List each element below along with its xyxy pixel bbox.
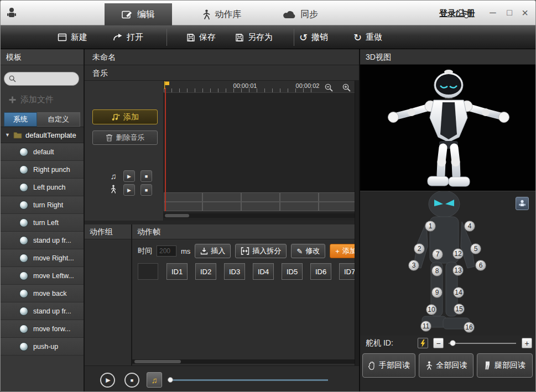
leg-readback-button[interactable]: 腿部回读 [477, 353, 533, 378]
time-input[interactable] [157, 245, 176, 257]
servo-6[interactable]: 6 [475, 260, 486, 271]
column-id2[interactable]: ID2 [195, 263, 216, 280]
add-file-button[interactable]: 添加文件 [8, 95, 54, 105]
template-item[interactable]: move forw... [1, 320, 84, 338]
template-item[interactable]: stand up fr... [1, 302, 84, 320]
save-as-button[interactable]: 另存为 [235, 25, 273, 49]
insert-label: 插入 [211, 246, 225, 256]
insert-button[interactable]: 插入 [195, 244, 231, 258]
servo-id-slider-knob[interactable] [450, 340, 456, 346]
minimize-button[interactable]: ─ [486, 6, 499, 19]
motion-stop-button[interactable]: ■ [140, 184, 152, 196]
hand-readback-button[interactable]: 手部回读 [362, 353, 415, 378]
template-item[interactable]: Right punch [1, 161, 84, 179]
tab-custom[interactable]: 自定义 [37, 112, 80, 127]
audio-track-row[interactable] [164, 192, 359, 202]
servo-5[interactable]: 5 [470, 243, 481, 254]
playhead-line[interactable] [165, 88, 166, 211]
tab-system[interactable]: 系统 [4, 112, 37, 127]
playback-progress-slider[interactable] [169, 379, 328, 381]
servo-10[interactable]: 10 [426, 304, 437, 315]
template-item[interactable]: push-up [1, 338, 84, 356]
servo-16[interactable]: 16 [464, 322, 475, 333]
insert-split-button[interactable]: 插入拆分 [235, 244, 287, 258]
music-play-button[interactable]: ▶ [123, 170, 135, 182]
tab-sync[interactable]: 同步 [273, 3, 328, 25]
redo-button[interactable]: ↻ 重做 [353, 25, 382, 49]
redo-label: 重做 [366, 32, 382, 43]
motion-play-button[interactable]: ▶ [123, 184, 135, 196]
template-sidebar: 模板 添加文件 系统 自定义 ▼ defaultTemplate [1, 49, 85, 391]
open-arrow-icon [113, 33, 123, 42]
timeline-ruler[interactable]: 00:00:01 00:00:02 [164, 81, 359, 93]
stop-button[interactable]: ■ [124, 373, 139, 388]
robot-view-toggle-button[interactable] [516, 197, 529, 210]
servo-4[interactable]: 4 [464, 221, 475, 232]
template-item[interactable]: move Right... [1, 249, 84, 267]
add-music-label: 添加 [123, 112, 139, 122]
music-stop-button[interactable]: ■ [140, 170, 152, 182]
play-button[interactable]: ▶ [100, 373, 115, 388]
insert-split-label: 插入拆分 [252, 246, 281, 256]
add-music-button[interactable]: 添加 [92, 109, 158, 124]
servo-id-plus-button[interactable]: + [522, 338, 532, 348]
folder-default-template[interactable]: ▼ defaultTemplate [1, 127, 84, 143]
column-id6[interactable]: ID6 [310, 263, 331, 280]
servo-id-minus-button[interactable]: − [433, 338, 444, 348]
template-item[interactable]: stand up fr... [1, 232, 84, 249]
maximize-button[interactable]: □ [503, 6, 516, 19]
3d-viewport[interactable] [360, 65, 535, 191]
servo-15[interactable]: 15 [454, 304, 465, 315]
all-readback-button[interactable]: 全部回读 [419, 353, 473, 378]
scrollbar-handle[interactable] [134, 360, 181, 363]
modify-button[interactable]: ✎ 修改 [291, 244, 325, 258]
template-item[interactable]: default [1, 143, 84, 161]
delete-music-button[interactable]: 删除音乐 [92, 130, 158, 145]
undo-label: 撤销 [311, 32, 328, 43]
tab-edit[interactable]: 编辑 [105, 3, 172, 25]
column-id5[interactable]: ID5 [282, 263, 303, 280]
open-button[interactable]: 打开 [113, 25, 143, 49]
servo-7[interactable]: 7 [432, 249, 443, 260]
servo-13[interactable]: 13 [452, 265, 464, 276]
minimize-icon: ─ [490, 8, 496, 18]
new-button[interactable]: 新建 [58, 25, 87, 49]
power-button[interactable] [418, 338, 428, 348]
frames-horizontal-scrollbar[interactable] [132, 359, 359, 364]
template-item[interactable]: turn Left [1, 214, 84, 232]
servo-8[interactable]: 8 [431, 265, 443, 276]
music-timeline[interactable]: 00:00:01 00:00:02 [164, 81, 359, 221]
servo-1[interactable]: 1 [425, 221, 436, 232]
close-button[interactable]: × [518, 6, 532, 19]
servo-9[interactable]: 9 [431, 287, 443, 298]
playback-slider-knob[interactable] [168, 377, 173, 383]
servo-3[interactable]: 3 [408, 260, 419, 271]
servo-12[interactable]: 12 [452, 248, 464, 259]
template-item[interactable]: move back [1, 285, 84, 302]
search-input[interactable] [19, 75, 74, 83]
add-file-label: 添加文件 [20, 95, 54, 105]
template-item[interactable]: turn Right [1, 196, 84, 214]
audio-track-row[interactable] [164, 202, 359, 211]
servo-2[interactable]: 2 [414, 243, 425, 254]
column-id3[interactable]: ID3 [224, 263, 245, 280]
servo-id-slider[interactable] [449, 343, 516, 344]
playhead-flag-icon[interactable] [164, 81, 170, 89]
zoom-in-button[interactable] [341, 82, 351, 92]
servo-14[interactable]: 14 [453, 287, 464, 298]
template-item[interactable]: move Leftw... [1, 267, 84, 285]
column-id4[interactable]: ID4 [253, 263, 274, 280]
save-button[interactable]: 保存 [186, 25, 216, 49]
column-id1[interactable]: ID1 [166, 263, 188, 280]
servo-11[interactable]: 11 [420, 321, 431, 332]
scrollbar-handle[interactable] [165, 214, 189, 217]
timeline-horizontal-scrollbar[interactable] [164, 213, 359, 218]
template-item[interactable]: Left punch [1, 179, 84, 196]
settings-sliders-icon[interactable] [455, 8, 472, 19]
vertical-scrollbar[interactable] [355, 81, 359, 365]
zoom-out-button[interactable] [324, 82, 334, 92]
search-box[interactable] [4, 72, 79, 86]
music-mute-toggle[interactable]: ♫ [147, 372, 162, 388]
tab-action-library[interactable]: 动作库 [189, 3, 255, 25]
undo-button[interactable]: ↺ 撤销 [299, 25, 328, 49]
